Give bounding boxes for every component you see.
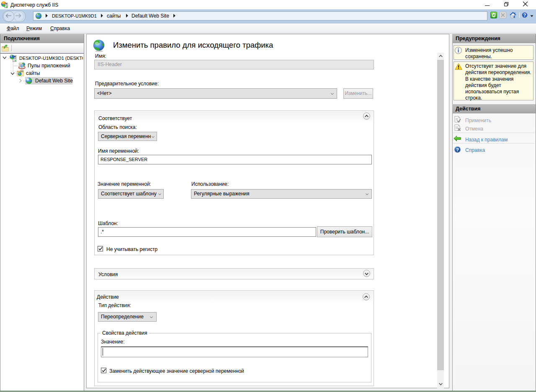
svg-text:?: ? (456, 147, 459, 152)
svg-text:?: ? (523, 13, 526, 18)
